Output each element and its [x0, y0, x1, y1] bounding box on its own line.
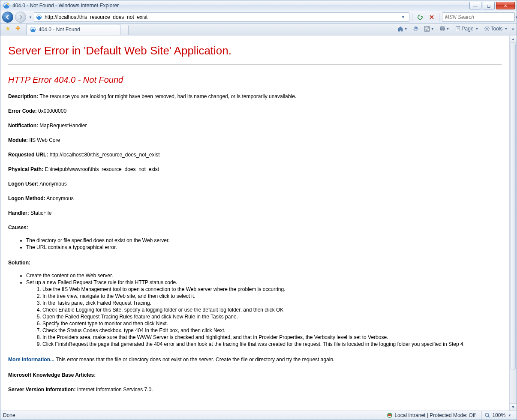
refresh-button[interactable]	[415, 12, 425, 22]
separator	[412, 13, 412, 21]
add-favorite-button[interactable]: ✚	[13, 24, 23, 33]
chevron-down-icon: ▼	[475, 27, 479, 31]
page-menu-label: Page	[461, 26, 475, 32]
separator	[439, 13, 439, 21]
more-commands-button[interactable]: »	[511, 27, 514, 31]
list-item: Specify the content type to monitor and …	[42, 321, 502, 327]
field-module: Module: IIS Web Core	[8, 137, 502, 143]
list-item-text: Set up a new Failed Request Trace rule f…	[26, 279, 177, 285]
list-item: Check the Status Codes checkbox, type 40…	[42, 327, 502, 333]
security-zone[interactable]: Local intranet | Protected Mode: Off	[384, 411, 478, 420]
list-item: Create the content on the Web server.	[26, 273, 502, 279]
field-logon-user: Logon User: Anonymous	[8, 181, 502, 187]
svg-rect-9	[441, 30, 444, 31]
favorites-button[interactable]: ★	[3, 24, 12, 33]
address-bar[interactable]: ▼	[34, 12, 409, 22]
solution-heading: Solution:	[8, 260, 502, 266]
feeds-button[interactable]: ▼	[422, 24, 436, 33]
more-info-text: This error means that the file or direct…	[56, 357, 334, 363]
list-item: The URL contains a typographical error.	[26, 244, 502, 250]
tab-active[interactable]: 404.0 - Not Found	[26, 24, 120, 35]
server-error-heading: Server Error in 'Default Web Site' Appli…	[8, 44, 502, 57]
list-item: In the tree view, navigate to the Web si…	[42, 293, 502, 299]
status-bar: Done Local intranet | Protected Mode: Of…	[0, 411, 517, 420]
tools-menu-label: Tools	[490, 26, 504, 32]
kb-heading: Microsoft Knowledge Base Articles:	[8, 372, 502, 378]
svg-point-11	[486, 28, 487, 30]
more-information: More Information... This error means tha…	[8, 357, 502, 363]
window-title: 404.0 - Not Found - Windows Internet Exp…	[12, 3, 469, 9]
chevron-down-icon: ▼	[505, 27, 508, 31]
new-tab-button[interactable]	[120, 25, 129, 35]
field-error-code: Error Code: 0x00000000	[8, 108, 502, 114]
command-buttons: ▼ ▼ ▼ Page ▼ Tools ▼ »	[395, 24, 514, 33]
field-logon-method: Logon Method: Anonymous	[8, 195, 502, 201]
maximize-button[interactable]: ◻	[483, 2, 495, 9]
zone-text: Local intranet | Protected Mode: Off	[394, 412, 475, 418]
solution-steps: Use the IIS Web Management tool to open …	[26, 286, 502, 347]
back-button[interactable]	[2, 12, 13, 23]
close-button[interactable]: ✕	[496, 2, 515, 9]
zoom-icon	[484, 412, 490, 418]
navigation-bar: ▼ ▼ ▼	[0, 11, 517, 24]
command-bar: ★ ✚ 404.0 - Not Found ▼ ▼ ▼	[0, 24, 517, 35]
zoom-control[interactable]: 100% ▼	[481, 411, 514, 420]
page-content: Server Error in 'Default Web Site' Appli…	[0, 36, 509, 411]
print-button[interactable]: ▼	[437, 24, 452, 33]
search-dropdown[interactable]: ▼	[515, 15, 517, 19]
search-input[interactable]	[444, 14, 511, 21]
svg-rect-14	[388, 414, 391, 416]
zoom-value: 100%	[492, 412, 505, 418]
arrow-right-icon	[18, 15, 23, 20]
list-item: Open the Failed Request Tracing Rules fe…	[42, 314, 502, 320]
list-item: In the Tasks pane, click Failed Request …	[42, 300, 502, 306]
divider	[8, 64, 502, 65]
field-physical-path: Physical Path: E:\inetpub\wwwroot\this_r…	[8, 166, 502, 172]
gear-icon	[484, 26, 490, 32]
list-item: Click FinishRequest the page that genera…	[42, 341, 502, 347]
forward-button[interactable]	[15, 12, 26, 23]
list-item: Use the IIS Web Management tool to open …	[42, 286, 502, 292]
refresh-icon	[417, 14, 423, 20]
stop-icon	[429, 15, 434, 20]
vertical-scrollbar[interactable]: ▲ ▼	[509, 36, 517, 411]
hand-button[interactable]	[411, 24, 421, 33]
page-icon	[36, 14, 42, 20]
field-handler: Handler: StaticFile	[8, 210, 502, 216]
rss-icon	[424, 26, 430, 32]
tab-title: 404.0 - Not Found	[39, 27, 80, 33]
scroll-down-button[interactable]: ▼	[510, 403, 517, 411]
field-description: Description: The resource you are lookin…	[8, 93, 502, 99]
home-button[interactable]: ▼	[395, 24, 410, 33]
print-icon	[439, 26, 445, 32]
server-version-info: Server Version Information: Internet Inf…	[8, 387, 502, 393]
list-item: Check Enable Logging for this Site, spec…	[42, 307, 502, 313]
minimize-button[interactable]: —	[469, 2, 481, 9]
svg-point-15	[485, 413, 489, 417]
http-error-heading: HTTP Error 404.0 - Not Found	[8, 75, 502, 85]
solution-list: Create the content on the Web server. Se…	[8, 273, 502, 347]
page-menu-button[interactable]: Page ▼	[453, 24, 481, 33]
recent-pages-dropdown[interactable]: ▼	[29, 15, 32, 19]
field-notification: Notification: MapRequestHandler	[8, 123, 502, 129]
search-box[interactable]: ▼	[442, 12, 515, 22]
scroll-thumb[interactable]	[511, 44, 516, 369]
url-input[interactable]	[44, 14, 400, 21]
chevron-down-icon: ▼	[431, 27, 434, 31]
arrow-left-icon	[5, 15, 10, 20]
scroll-up-button[interactable]: ▲	[510, 36, 517, 43]
viewport: Server Error in 'Default Web Site' Appli…	[0, 35, 517, 411]
field-requested-url: Requested URL: http://localhost:80/this_…	[8, 152, 502, 158]
ie-icon	[30, 27, 36, 33]
more-info-link[interactable]: More Information...	[8, 357, 54, 363]
tools-menu-button[interactable]: Tools ▼	[482, 24, 510, 33]
causes-heading: Causes:	[8, 225, 502, 231]
scroll-track[interactable]	[510, 43, 517, 403]
stop-button[interactable]	[427, 12, 436, 22]
svg-rect-10	[456, 27, 460, 31]
svg-point-1	[7, 3, 9, 5]
causes-list: The directory or file specified does not…	[8, 237, 502, 250]
tab-strip: 404.0 - Not Found	[26, 24, 395, 35]
address-dropdown[interactable]: ▼	[401, 15, 407, 19]
chevron-down-icon: ▼	[508, 414, 511, 417]
